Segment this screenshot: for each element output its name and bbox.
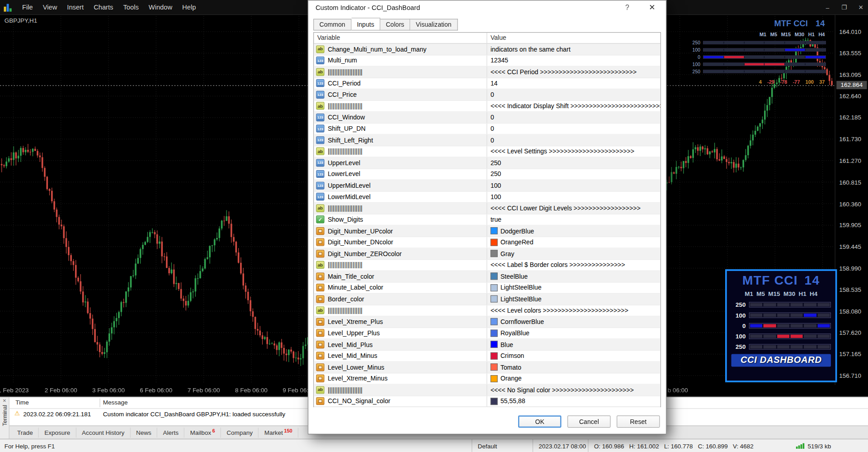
param-row[interactable]: abChange_Multi_num_to_load_manyindicator… — [314, 44, 660, 55]
maximize-button[interactable]: ❐ — [840, 4, 848, 11]
param-row[interactable]: 123CCI_Window0 — [314, 112, 660, 123]
menu-tools[interactable]: Tools — [118, 0, 143, 14]
menu-file[interactable]: File — [17, 0, 38, 14]
tab-inputs[interactable]: Inputs — [351, 18, 380, 30]
cci-cell — [817, 303, 830, 306]
dashboard-caption: CCI DASHBOARD — [731, 354, 831, 366]
dialog-help-button[interactable]: ? — [623, 3, 632, 11]
number-param-icon: 123 — [316, 125, 324, 133]
terminal-tab-trade[interactable]: Trade — [12, 428, 39, 438]
param-row[interactable]: 123Shift_Left_Right0 — [314, 135, 660, 146]
cci-value: 100 — [806, 79, 814, 85]
param-name: Digit_Number_ZEROcolor — [328, 250, 402, 257]
tab-common[interactable]: Common — [313, 19, 351, 31]
cci-cell — [817, 324, 830, 327]
cancel-button[interactable]: Cancel — [567, 415, 611, 428]
color-swatch — [491, 250, 498, 257]
minimize-button[interactable]: – — [824, 4, 831, 11]
dialog-titlebar[interactable]: Custom Indicator - CCI_DashBoard ? ✕ — [308, 0, 666, 15]
param-row[interactable]: Digit_Number_UPcolorDodgerBlue — [314, 225, 660, 237]
param-row[interactable]: ab|||||||||||||||||||||<<<< CCI Period >… — [314, 67, 660, 78]
column-header-variable[interactable]: Variable — [314, 33, 486, 43]
color-swatch — [491, 273, 498, 280]
param-row[interactable]: Level_Lower_MinusTomato — [314, 362, 660, 373]
status-help-text: For Help, press F1 — [0, 439, 61, 452]
param-row[interactable]: 123CCI_Price0 — [314, 89, 660, 100]
param-row[interactable]: Level_Mid_MinusCrimson — [314, 350, 660, 362]
param-row[interactable]: ab|||||||||||||||||||||<<<< Level colors… — [314, 305, 660, 316]
cci-cell — [745, 56, 764, 58]
tab-visualization[interactable]: Visualization — [410, 19, 458, 31]
param-value: <<<< CCI Lower Digit Levels >>>>>>>>>>>>… — [491, 205, 641, 212]
column-separator — [99, 398, 100, 407]
indicator-dialog: Custom Indicator - CCI_DashBoard ? ✕ Com… — [308, 0, 666, 434]
menu-window[interactable]: Window — [144, 0, 177, 14]
param-row[interactable]: Digit_Number_DNcolorOrangeRed — [314, 237, 660, 248]
param-row[interactable]: Minute_Label_colorLightSteelBlue — [314, 282, 660, 294]
ok-button[interactable]: OK — [518, 415, 561, 428]
color-swatch — [491, 352, 498, 359]
terminal-tab-company[interactable]: Company — [221, 428, 259, 438]
cci-cell — [817, 314, 830, 317]
param-row[interactable]: 123Shift_UP_DN0 — [314, 123, 660, 134]
param-row[interactable]: Level_Xtreme_MinusOrange — [314, 373, 660, 385]
param-row[interactable]: ✓Show_Digitstrue — [314, 214, 660, 225]
param-row[interactable]: 123LowerLevel250 — [314, 169, 660, 180]
color-swatch — [491, 295, 498, 303]
tab-colors[interactable]: Colors — [380, 19, 410, 31]
param-row[interactable]: Level_Upper_PlusRoyalBlue — [314, 328, 660, 339]
column-header-time[interactable]: Time — [15, 399, 28, 406]
param-name: CCI_Price — [328, 91, 357, 98]
price-tick: 159.905 — [839, 222, 861, 228]
cci-cell — [765, 56, 785, 58]
cci-cell — [750, 345, 762, 348]
price-tick: 158.080 — [839, 308, 861, 314]
menu-charts[interactable]: Charts — [89, 0, 118, 14]
terminal-tab-market[interactable]: Market150 — [259, 428, 298, 438]
param-row[interactable]: Level_Mid_PlusBlue — [314, 339, 660, 350]
price-tick: 160.360 — [839, 200, 861, 207]
param-row[interactable]: 123UpperMidLevel100 — [314, 180, 660, 191]
mini-title-text: MTF CCI — [774, 18, 807, 28]
color-param-icon — [316, 352, 324, 360]
param-row[interactable]: Level_Xtreme_PlusCornflowerBlue — [314, 316, 660, 328]
param-row[interactable]: Digit_Number_ZEROcolorGray — [314, 248, 660, 260]
price-tick: 162.185 — [839, 114, 861, 121]
param-value: OrangeRed — [500, 239, 533, 246]
terminal-tab-mailbox[interactable]: Mailbox6 — [184, 428, 221, 438]
terminal-close-icon[interactable]: ✕ — [3, 398, 6, 403]
reset-button[interactable]: Reset — [617, 415, 660, 428]
param-row[interactable]: Main_Title_colorSteelBlue — [314, 271, 660, 282]
color-swatch — [491, 375, 498, 382]
param-row[interactable]: ab|||||||||||||||||||||<<<< Indicator Di… — [314, 100, 660, 112]
menu-help[interactable]: Help — [177, 0, 201, 14]
menu-view[interactable]: View — [38, 0, 62, 14]
menu-insert[interactable]: Insert — [62, 0, 89, 14]
param-row[interactable]: Border_colorLightSteelBlue — [314, 294, 660, 305]
param-row[interactable]: ab|||||||||||||||||||||<<<< CCI Lower Di… — [314, 203, 660, 214]
terminal-tab-exposure[interactable]: Exposure — [39, 428, 76, 438]
param-row[interactable]: 123LowerMidLevel100 — [314, 191, 660, 203]
terminal-tab-alerts[interactable]: Alerts — [157, 428, 184, 438]
param-name: ||||||||||||||||||||| — [328, 386, 363, 393]
dialog-close-button[interactable]: ✕ — [647, 3, 657, 12]
column-header-value[interactable]: Value — [486, 33, 660, 43]
inputs-table: Variable Value abChange_Multi_num_to_loa… — [313, 32, 661, 407]
color-param-icon — [316, 272, 324, 280]
param-row[interactable]: ab|||||||||||||||||||||<<<< Label $ Bord… — [314, 260, 660, 271]
close-button[interactable]: ✕ — [857, 4, 865, 11]
param-row[interactable]: ab|||||||||||||||||||||<<<< Level Settin… — [314, 146, 660, 157]
terminal-tab-news[interactable]: News — [131, 428, 157, 438]
param-row[interactable]: 123UpperLevel250 — [314, 157, 660, 169]
param-row[interactable]: ab|||||||||||||||||||||<<<< No Signal co… — [314, 385, 660, 396]
terminal-tab-account-history[interactable]: Account History — [76, 428, 131, 438]
param-row[interactable]: 123CCI_Period14 — [314, 78, 660, 89]
cci-cell — [703, 71, 723, 73]
column-header-message[interactable]: Message — [103, 399, 128, 406]
status-profile[interactable]: Default — [472, 439, 502, 452]
cci-track — [703, 48, 826, 52]
cci-track — [703, 55, 826, 58]
param-name: UpperMidLevel — [328, 182, 371, 189]
param-row[interactable]: 123Multi_num12345 — [314, 55, 660, 67]
param-row[interactable]: CCI_NO_Signal_color55,55,88 — [314, 396, 660, 407]
